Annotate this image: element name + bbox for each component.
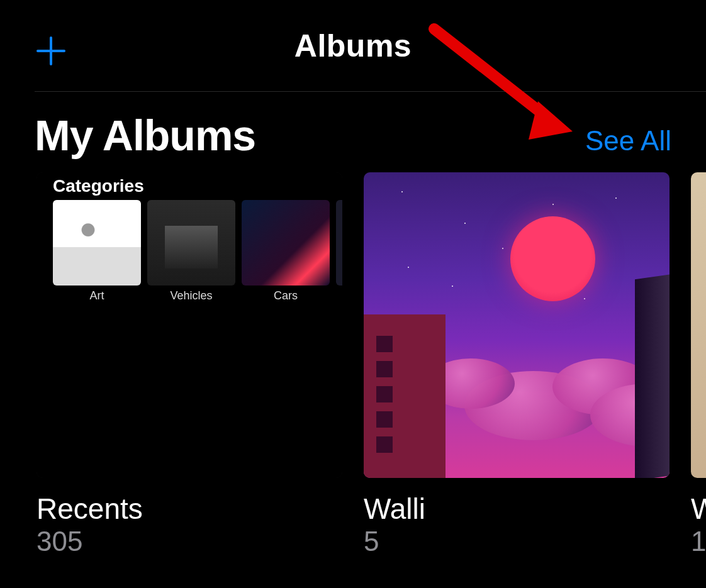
category-thumb-art <box>53 200 141 286</box>
album-card-walli[interactable]: Walli 5 <box>364 172 670 557</box>
album-name: W <box>691 492 706 526</box>
category-item-peek <box>336 200 342 302</box>
album-card-peek[interactable]: W 1 <box>691 172 706 557</box>
category-label: Vehicles <box>147 289 235 302</box>
category-label: Cars <box>242 289 330 302</box>
category-thumb-vehicles <box>147 200 235 286</box>
page-title: Albums <box>35 28 671 64</box>
category-item: Cars <box>242 200 330 302</box>
album-count: 305 <box>36 526 342 557</box>
category-thumb-cars <box>242 200 330 286</box>
category-item: Art <box>53 200 141 302</box>
album-thumbnail <box>691 172 706 478</box>
album-count: 5 <box>364 526 670 557</box>
album-thumbnail <box>364 172 670 478</box>
plus-icon <box>36 36 65 65</box>
albums-row[interactable]: Categories Art Vehicles Cars <box>0 172 706 557</box>
category-thumb-peek <box>336 200 342 286</box>
category-label: Art <box>53 289 141 302</box>
album-thumbnail: Categories Art Vehicles Cars <box>36 172 342 478</box>
see-all-link[interactable]: See All <box>585 125 671 157</box>
header-bar: Albums <box>0 0 706 91</box>
section-header: My Albums See All <box>0 92 706 172</box>
section-title: My Albums <box>35 111 255 160</box>
album-count: 1 <box>691 526 706 557</box>
album-name: Walli <box>364 492 670 526</box>
categories-heading: Categories <box>53 176 144 196</box>
category-item: Vehicles <box>147 200 235 302</box>
album-card-recents[interactable]: Categories Art Vehicles Cars <box>36 172 342 557</box>
album-name: Recents <box>36 492 342 526</box>
add-album-button[interactable] <box>35 35 67 67</box>
categories-row: Art Vehicles Cars <box>53 200 342 302</box>
